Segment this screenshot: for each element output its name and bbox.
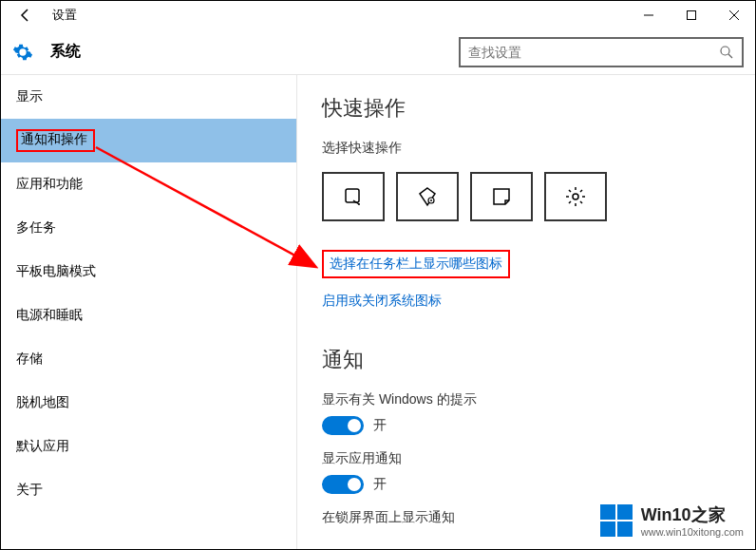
sidebar: 显示 通知和操作 应用和功能 多任务 平板电脑模式 电源和睡眠 存储 脱机地图 … [1, 75, 297, 549]
sidebar-item-storage[interactable]: 存储 [1, 337, 296, 381]
svg-point-5 [573, 194, 578, 199]
page-title: 系统 [50, 42, 81, 62]
qa-tablet[interactable] [322, 172, 385, 221]
sidebar-item-display[interactable]: 显示 [1, 75, 296, 119]
toggle-app-notifications[interactable] [322, 475, 364, 494]
toggle-state-windows-tips: 开 [373, 417, 387, 434]
toggle-label-windows-tips: 显示有关 Windows 的提示 [322, 391, 730, 408]
sidebar-item-notifications[interactable]: 通知和操作 [1, 119, 296, 162]
window-title: 设置 [52, 7, 77, 24]
back-button[interactable] [12, 2, 39, 28]
sidebar-item-power[interactable]: 电源和睡眠 [1, 294, 296, 337]
notifications-title: 通知 [322, 346, 730, 374]
quick-actions-title: 快速操作 [322, 94, 730, 123]
svg-point-1 [721, 47, 729, 55]
qa-note[interactable] [396, 172, 459, 221]
link-taskbar-icons[interactable]: 选择在任务栏上显示哪些图标 [322, 250, 510, 278]
svg-point-3 [358, 203, 360, 205]
qa-settings[interactable] [544, 172, 607, 221]
watermark: Win10之家 www.win10xitong.com [599, 503, 744, 538]
svg-rect-0 [687, 11, 695, 20]
svg-rect-2 [346, 189, 359, 202]
maximize-button[interactable] [670, 1, 712, 29]
search-box[interactable] [459, 37, 744, 67]
sidebar-item-about[interactable]: 关于 [1, 468, 296, 512]
watermark-sub: www.win10xitong.com [641, 526, 744, 538]
search-input[interactable] [468, 45, 719, 60]
sidebar-item-default-apps[interactable]: 默认应用 [1, 425, 296, 468]
sidebar-item-multitask[interactable]: 多任务 [1, 206, 296, 250]
quick-actions-subtitle: 选择快速操作 [322, 140, 730, 157]
minimize-button[interactable] [627, 1, 670, 29]
sidebar-item-tablet[interactable]: 平板电脑模式 [1, 250, 296, 294]
sidebar-item-apps[interactable]: 应用和功能 [1, 162, 296, 206]
qa-sticky[interactable] [470, 172, 533, 221]
watermark-main: Win10之家 [641, 503, 744, 526]
toggle-windows-tips[interactable] [322, 416, 364, 435]
main-content: 快速操作 选择快速操作 选择在任务栏上显示哪些图标 启用或关闭系统图标 通知 显… [297, 75, 755, 549]
close-button[interactable] [712, 1, 755, 29]
toggle-state-app-notifications: 开 [373, 476, 387, 493]
windows-logo-icon [599, 503, 633, 538]
toggle-label-app-notifications: 显示应用通知 [322, 450, 730, 467]
sidebar-item-maps[interactable]: 脱机地图 [1, 381, 296, 425]
settings-gear-icon [12, 42, 33, 63]
search-icon [719, 45, 734, 60]
link-system-icons[interactable]: 启用或关闭系统图标 [322, 293, 442, 310]
